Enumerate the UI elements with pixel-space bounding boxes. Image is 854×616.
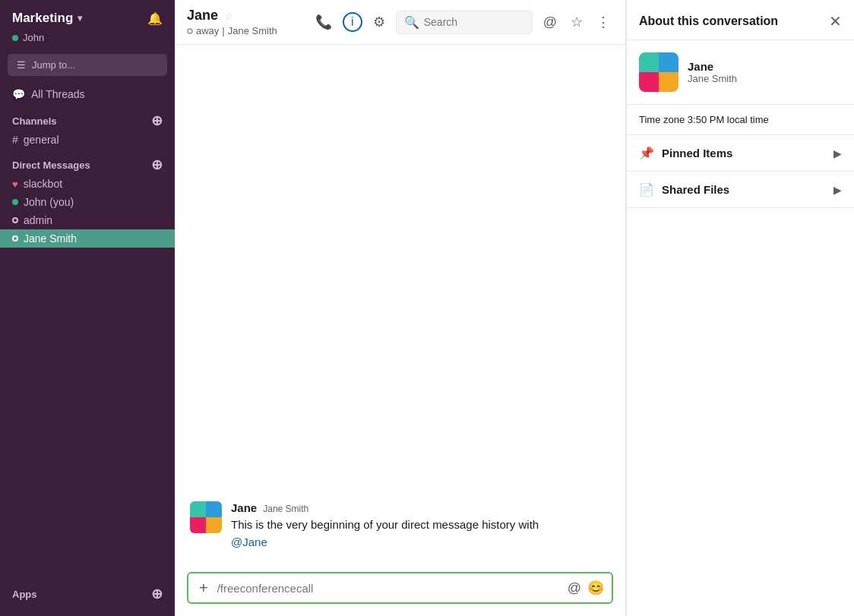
channels-section-header: Channels ⊕: [0, 105, 175, 131]
file-icon: 📄: [639, 182, 654, 197]
pinned-label: Pinned Items: [662, 147, 732, 160]
panel-person-full: Jane Smith: [688, 73, 737, 84]
dm-admin[interactable]: admin: [0, 211, 175, 229]
chat-messages: Jane Jane Smith This is the very beginni…: [175, 45, 625, 564]
add-app-button[interactable]: ⊕: [151, 587, 163, 601]
message-meta: Jane Jane Smith: [231, 501, 539, 514]
panel-avatar-q1: [639, 52, 659, 72]
search-icon: 🔍: [404, 15, 419, 30]
phone-button[interactable]: 📞: [312, 11, 335, 33]
bookmark-button[interactable]: ☆: [568, 11, 586, 33]
avatar-q3: [190, 517, 206, 533]
shared-files-left: 📄 Shared Files: [639, 182, 729, 197]
chat-header: Jane ☆ away | Jane Smith 📞 i ⚙ 🔍 @ ☆ ⋮: [175, 0, 625, 45]
right-panel: About this conversation ✕ Jane Jane Smit…: [626, 0, 854, 616]
message-input[interactable]: [217, 582, 561, 595]
at-button[interactable]: @: [540, 11, 560, 33]
away-dot: [187, 28, 193, 34]
avatar-q1: [190, 501, 206, 517]
jump-to-button[interactable]: ☰ Jump to...: [8, 54, 167, 76]
avatar-q2: [206, 501, 222, 517]
dot-green-icon: [12, 199, 18, 205]
dm-section-header: Direct Messages ⊕: [0, 149, 175, 175]
search-bar: 🔍: [396, 11, 533, 34]
chat-header-actions: 📞 i ⚙ 🔍 @ ☆ ⋮: [312, 11, 613, 34]
emoji-icon[interactable]: 😊: [587, 580, 604, 596]
all-threads-item[interactable]: 💬 All Threads: [0, 84, 175, 105]
dot-outline-icon: [12, 217, 18, 223]
star-icon[interactable]: ☆: [224, 10, 234, 22]
message-text: This is the very beginning of your direc…: [231, 516, 539, 534]
panel-title: About this conversation: [639, 14, 778, 28]
more-button[interactable]: ⋮: [593, 11, 613, 33]
pinned-items-left: 📌 Pinned Items: [639, 146, 732, 160]
panel-avatar-q2: [659, 52, 678, 72]
hash-icon: #: [12, 134, 18, 146]
sidebar-user: John: [0, 30, 175, 51]
workspace-name[interactable]: Marketing ▾: [12, 11, 82, 26]
jump-icon: ☰: [17, 59, 26, 71]
main-chat: Jane ☆ away | Jane Smith 📞 i ⚙ 🔍 @ ☆ ⋮: [175, 0, 626, 616]
message-content: Jane Jane Smith This is the very beginni…: [231, 501, 539, 551]
mention-line: @Jane: [231, 534, 539, 551]
chevron-down-icon: ▾: [77, 13, 82, 24]
panel-avatar-q4: [659, 72, 678, 92]
chat-input-box: + @ 😊: [187, 572, 613, 604]
dm-jane-smith[interactable]: Jane Smith: [0, 229, 175, 248]
pinned-items-section[interactable]: 📌 Pinned Items ▶: [627, 135, 854, 172]
bell-icon[interactable]: 🔔: [147, 11, 163, 26]
dm-john[interactable]: John (you): [0, 193, 175, 211]
add-channel-button[interactable]: ⊕: [151, 114, 163, 128]
sidebar-header: Marketing ▾ 🔔: [0, 0, 175, 30]
avatar-q4: [206, 517, 222, 533]
add-dm-button[interactable]: ⊕: [151, 158, 163, 172]
apps-section: Apps ⊕: [0, 578, 175, 616]
channel-general[interactable]: # general: [0, 131, 175, 149]
panel-person: Jane Jane Smith: [627, 40, 854, 105]
close-panel-button[interactable]: ✕: [829, 12, 842, 30]
online-dot: [12, 35, 18, 41]
heart-icon: ♥: [12, 178, 18, 190]
chevron-right-icon: ▶: [833, 184, 842, 196]
settings-button[interactable]: ⚙: [370, 11, 388, 33]
shared-label: Shared Files: [662, 183, 729, 196]
chat-title: Jane: [187, 8, 218, 24]
panel-person-info: Jane Jane Smith: [688, 60, 737, 84]
panel-header: About this conversation ✕: [627, 0, 854, 40]
mention-link[interactable]: @Jane: [231, 535, 267, 548]
at-input-icon[interactable]: @: [568, 580, 581, 596]
message-block: Jane Jane Smith This is the very beginni…: [190, 501, 610, 551]
panel-avatar-q3: [639, 72, 659, 92]
dot-outline-icon: [12, 235, 18, 242]
info-button[interactable]: i: [343, 12, 362, 32]
pin-icon: 📌: [639, 146, 654, 160]
chat-status: away | Jane Smith: [187, 25, 277, 36]
chat-input-area: + @ 😊: [175, 564, 625, 616]
panel-avatar: [639, 52, 678, 92]
sidebar: Marketing ▾ 🔔 John ☰ Jump to... 💬 All Th…: [0, 0, 175, 616]
add-button[interactable]: +: [196, 580, 211, 595]
search-input[interactable]: [424, 16, 524, 28]
dm-slackbot[interactable]: ♥ slackbot: [0, 175, 175, 193]
avatar: [190, 501, 222, 533]
chevron-right-icon: ▶: [833, 147, 842, 160]
threads-icon: 💬: [12, 88, 25, 100]
shared-files-section[interactable]: 📄 Shared Files ▶: [627, 172, 854, 208]
panel-person-name: Jane: [688, 60, 737, 73]
user-avatar: [190, 501, 222, 533]
panel-timezone: Time zone 3:50 PM local time: [627, 105, 854, 135]
